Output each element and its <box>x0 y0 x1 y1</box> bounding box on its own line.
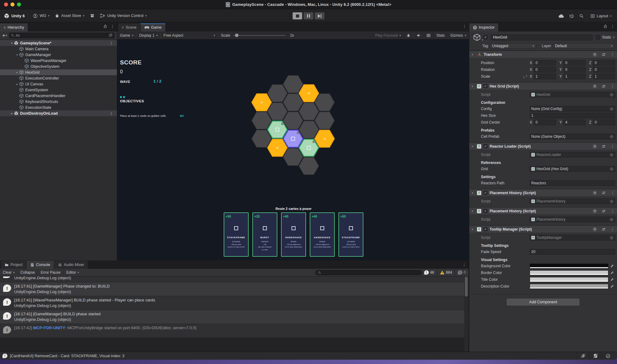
hex-cell-empty-q0r-2[interactable] <box>283 76 303 92</box>
object-picker-icon[interactable] <box>610 135 614 139</box>
background-color-swatch[interactable] <box>530 264 608 268</box>
hierarchy-item-objectivesystem[interactable]: ObjectiveSystem <box>0 63 117 69</box>
editor-dropdown[interactable]: Editor▾ <box>64 269 82 276</box>
package-manager-button[interactable] <box>88 12 96 19</box>
active-checkbox[interactable]: ✓ <box>483 35 488 39</box>
object-picker-icon[interactable] <box>610 167 614 171</box>
account-dropdown[interactable]: WG▾ <box>31 12 51 19</box>
step-button[interactable] <box>315 12 325 19</box>
object-picker-icon[interactable] <box>610 93 614 97</box>
expand-arrow-icon[interactable]: ▸ <box>15 83 19 86</box>
component-menu-kebab-icon[interactable]: ⋮ <box>611 144 615 148</box>
hex-cell-empty-q-2r2[interactable] <box>252 130 271 147</box>
hex-cell-empty-q2r-1[interactable] <box>315 112 334 129</box>
console-log-entry[interactable]: ![16:17:41] [GameManager] Phase changed … <box>0 282 469 296</box>
minimize-window-button[interactable] <box>10 2 14 6</box>
status-message[interactable]: [CardHandUI] RemoveCard - Card: STACKFRA… <box>10 354 124 358</box>
hand-card-handshake[interactable]: +40HANDSHAKEPASSIF+15 par adjacenceà une… <box>281 212 306 257</box>
object-picker-icon[interactable] <box>610 107 614 111</box>
foldout-arrow-icon[interactable]: ▾ <box>472 53 475 56</box>
gizmos-dropdown[interactable]: Gizmos▾ <box>448 31 469 39</box>
grid-center-z-field[interactable]: 0 <box>593 120 615 125</box>
foldout-arrow-icon[interactable]: ▾ <box>472 145 475 148</box>
hierarchy-item-cardplacementhandler[interactable]: CardPlacementHandler <box>0 93 117 99</box>
component-enabled-checkbox[interactable]: ✓ <box>483 84 487 88</box>
hierarchy-item-gameplayscene-[interactable]: ▾GameplayScene*⋮ <box>0 40 117 46</box>
open-in-window-icon[interactable] <box>109 33 113 37</box>
component-header[interactable]: ▾#✓Tooltip Manager (Script)?⋮ <box>469 226 617 233</box>
add-component-button[interactable]: Add Component <box>507 299 579 305</box>
stats-toggle[interactable]: Stats <box>433 31 447 39</box>
hierarchy-item-executioncontroller[interactable]: ExecutionController <box>0 75 117 81</box>
eyedropper-icon[interactable] <box>610 264 614 268</box>
console-menu-kebab-icon[interactable]: ⋮ <box>462 263 466 267</box>
clear-button[interactable]: Clear▾ <box>0 269 17 276</box>
layer-dropdown[interactable]: Default▾ <box>553 43 615 49</box>
console-log-entry[interactable]: ![16:17:41] [GameManager] BUILD phase st… <box>0 310 469 324</box>
position-y-field[interactable]: 0 <box>563 60 586 66</box>
console-scrollbar-thumb[interactable] <box>465 277 468 297</box>
help-icon[interactable]: ? <box>593 144 597 149</box>
presets-icon[interactable] <box>602 227 606 231</box>
presets-icon[interactable] <box>602 191 606 195</box>
cache-server-disabled-icon[interactable] <box>589 352 602 360</box>
component-menu-kebab-icon[interactable]: ⋮ <box>611 227 615 231</box>
collapse-arrow-icon[interactable]: ▾ <box>10 42 14 45</box>
component-header[interactable]: ▾#✓Hex Grid (Script)?⋮ <box>469 83 617 90</box>
component-menu-kebab-icon[interactable]: ⋮ <box>611 209 615 213</box>
mute-audio-icon[interactable] <box>414 31 424 39</box>
debug-bug-icon[interactable] <box>404 31 413 39</box>
history-icon[interactable] <box>569 14 574 18</box>
scale-slider-knob[interactable] <box>235 34 238 37</box>
display-dropdown[interactable]: Display 1▾ <box>136 31 160 39</box>
title-color-swatch[interactable] <box>530 277 608 282</box>
hierarchy-item-executionstate[interactable]: ExecutionState <box>0 104 117 110</box>
gameobject-cube-icon[interactable]: ▾ <box>473 33 481 41</box>
expand-arrow-icon[interactable]: ▸ <box>10 112 14 115</box>
cell-prefab-object-field[interactable]: None (Game Object) <box>530 134 615 139</box>
close-window-button[interactable] <box>4 2 8 6</box>
foldout-arrow-icon[interactable]: ▾ <box>472 191 475 194</box>
console-log-entry[interactable]: ![16:17:41] [WavePhaseManager] Phase tra… <box>0 276 469 282</box>
item-menu-kebab-icon[interactable]: ⋮ <box>110 111 113 116</box>
hex-cell-empty-q1r2[interactable] <box>299 157 319 174</box>
hand-card-handshake[interactable]: +40HANDSHAKEPASSIF+15 par adjacenceà une… <box>310 212 335 257</box>
expand-arrow-icon[interactable]: ▸ <box>15 71 19 74</box>
hex-cell-empty-q-2r1[interactable] <box>252 112 271 129</box>
lock-icon[interactable] <box>603 24 607 28</box>
position-z-field[interactable]: 0 <box>593 60 615 66</box>
tab-project[interactable]: Project <box>1 261 27 269</box>
vsync-grid-icon[interactable] <box>424 31 433 39</box>
rotation-y-field[interactable]: 0 <box>563 67 586 72</box>
fade-speed-field[interactable]: 20 <box>530 249 615 255</box>
component-menu-kebab-icon[interactable]: ⋮ <box>611 84 615 88</box>
help-icon[interactable]: ? <box>593 227 597 231</box>
scale-x-field[interactable]: 1 <box>534 74 556 79</box>
cloud-icon[interactable] <box>558 14 564 18</box>
hex-cell-card-green-q1r1[interactable] <box>299 139 319 156</box>
hex-cell-card-purple-q0r1[interactable] <box>283 130 303 147</box>
foldout-arrow-icon[interactable]: ▾ <box>472 228 475 231</box>
component-header[interactable]: ▾#✓Placement History (Script)?⋮ <box>469 189 617 197</box>
hex-size-field[interactable]: 1 <box>530 113 615 118</box>
component-header[interactable]: ▾Transform?⋮ <box>469 51 617 58</box>
play-button[interactable] <box>293 12 302 19</box>
component-enabled-checkbox[interactable]: ✓ <box>483 144 487 148</box>
config-object-field[interactable]: None (Grid Config) <box>530 106 615 112</box>
hierarchy-item-keyboardshortcuts[interactable]: KeyboardShortcuts <box>0 99 117 104</box>
hex-cell-empty-q-1r0[interactable] <box>267 103 287 120</box>
play-focused-dropdown[interactable]: Play Focused▾ <box>372 31 404 39</box>
static-checkbox[interactable] <box>596 35 600 39</box>
presets-icon[interactable] <box>602 52 606 57</box>
script-object-field[interactable]: #TooltipManager <box>530 235 615 240</box>
tab-scene[interactable]: # Scene <box>118 23 141 31</box>
hex-cell-gold-q-2r0[interactable]: ×2 <box>252 94 271 111</box>
help-icon[interactable]: ? <box>593 209 597 213</box>
game-menu-kebab-icon[interactable]: ⋮ <box>462 24 466 28</box>
hex-cell-gold-q-1r2[interactable]: ×2 <box>267 139 287 156</box>
asset-store-dropdown[interactable]: Asset Store▾ <box>53 12 86 19</box>
hex-cell-empty-q0r2[interactable] <box>283 148 303 165</box>
foldout-arrow-icon[interactable]: ▾ <box>472 85 475 88</box>
lock-icon[interactable] <box>103 24 107 28</box>
gameobject-name-field[interactable]: HexGrid <box>491 35 593 40</box>
